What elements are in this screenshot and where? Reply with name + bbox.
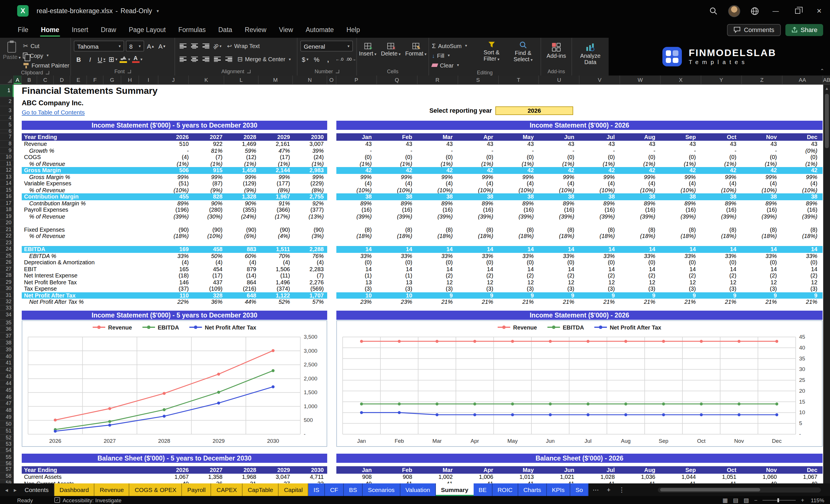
row-label[interactable]: Depreciation & Amortization	[22, 259, 158, 266]
cell[interactable]: 76%	[293, 253, 327, 259]
cell[interactable]: 89%	[579, 200, 620, 207]
cell[interactable]: 21%	[701, 298, 742, 305]
cell[interactable]: 99%	[620, 174, 661, 180]
copy-button[interactable]: Copy▾	[23, 51, 69, 60]
cell[interactable]: (24)	[293, 154, 327, 160]
cell[interactable]: (0)	[579, 154, 620, 160]
underline-button[interactable]: U▾	[97, 54, 106, 65]
cell[interactable]: (16)	[417, 207, 458, 213]
cell[interactable]: (90)	[158, 226, 192, 233]
cell[interactable]: 1,067	[158, 474, 192, 480]
row-number-7[interactable]: 7	[0, 133, 14, 141]
cell[interactable]: 41	[539, 480, 579, 483]
cell[interactable]: (8)	[742, 226, 782, 233]
cell[interactable]: 90%	[192, 200, 226, 207]
row-number-27[interactable]: 27	[0, 266, 14, 272]
cell[interactable]: 9	[742, 292, 782, 298]
cell[interactable]: 41	[701, 480, 742, 483]
row-label[interactable]: EBITDA %	[22, 253, 158, 259]
cell[interactable]: 12	[417, 279, 458, 285]
cell[interactable]: (10%)	[701, 187, 742, 193]
share-button[interactable]: Share	[785, 24, 823, 36]
row-number-16[interactable]: 16	[0, 193, 14, 200]
cell[interactable]: 14	[417, 266, 458, 272]
cell[interactable]: (18%)	[158, 233, 192, 240]
cell[interactable]: (39%)	[661, 213, 701, 220]
cell[interactable]: (4)	[742, 180, 782, 187]
comma-style-button[interactable]: ,	[323, 54, 333, 65]
cell[interactable]: (17)	[192, 272, 226, 279]
cell[interactable]: 38	[499, 193, 539, 200]
cell[interactable]: (10%)	[782, 187, 823, 193]
row-label[interactable]: Variable Expenses	[22, 180, 158, 187]
cell[interactable]: (3)	[377, 285, 418, 292]
cell[interactable]	[377, 240, 418, 246]
cell[interactable]: 14	[620, 246, 661, 253]
cell[interactable]: (1%)	[293, 160, 327, 167]
cell[interactable]: 12	[579, 279, 620, 285]
cell[interactable]: (87)	[192, 180, 226, 187]
period-cell[interactable]: Mar	[417, 466, 458, 474]
cell[interactable]: 99%	[158, 174, 192, 180]
cell[interactable]: (8%)	[260, 187, 293, 193]
period-cell[interactable]: Mar	[417, 133, 458, 141]
row-label[interactable]: Gross Margin	[22, 167, 158, 174]
cell[interactable]: 21%	[458, 298, 499, 305]
align-top-icon[interactable]	[178, 41, 188, 52]
restore-button[interactable]	[787, 0, 808, 22]
format-painter-button[interactable]: Format Painter	[23, 61, 69, 70]
cell[interactable]: (39%)	[158, 213, 192, 220]
cell[interactable]	[742, 240, 782, 246]
period-cell[interactable]: Oct	[701, 466, 742, 474]
column-header-p[interactable]: P	[337, 75, 377, 84]
period-cell[interactable]: 2030	[293, 466, 327, 474]
cell[interactable]: 89%	[742, 200, 782, 207]
cell[interactable]: (39%)	[337, 213, 377, 220]
cell[interactable]: 9	[417, 292, 458, 298]
document-title[interactable]: real-estate-brokerage.xlsx - Read-Only ▾	[37, 7, 159, 14]
cell[interactable]: 510	[158, 141, 192, 147]
cell[interactable]	[539, 220, 579, 226]
cell[interactable]: 3,047	[260, 474, 293, 480]
cell[interactable]: (0)	[499, 154, 539, 160]
cell[interactable]: (1%)	[260, 160, 293, 167]
row-number-29[interactable]: 29	[0, 279, 14, 285]
cell[interactable]: 1,458	[226, 167, 260, 174]
cell[interactable]: 36%	[192, 298, 226, 305]
cell[interactable]: (18%)	[417, 233, 458, 240]
cell[interactable]: 21%	[579, 298, 620, 305]
cell[interactable]: 33%	[579, 253, 620, 259]
cell[interactable]: 9	[579, 292, 620, 298]
row-number-53[interactable]: 53	[0, 441, 14, 448]
row-label[interactable]: Growth %	[22, 147, 158, 154]
accessibility-status[interactable]: ✓ Accessibility: Investigate	[55, 497, 122, 503]
row-number-39[interactable]: 39	[0, 347, 14, 353]
cell[interactable]: 40	[158, 480, 192, 483]
cell[interactable]: 21%	[417, 298, 458, 305]
cell[interactable]	[701, 240, 742, 246]
cell[interactable]: 91%	[260, 200, 293, 207]
cell[interactable]: 44%	[226, 298, 260, 305]
cell[interactable]: (0)	[337, 259, 377, 266]
column-header-d[interactable]: D	[54, 75, 70, 84]
cell[interactable]: (1%)	[742, 160, 782, 167]
cell[interactable]: 2,755	[293, 193, 327, 200]
period-cell[interactable]: Nov	[742, 466, 782, 474]
normal-view-icon[interactable]: ▦	[723, 497, 728, 503]
cell[interactable]: (18%)	[377, 233, 418, 240]
clipboard-dialog-launcher-icon[interactable]	[46, 71, 50, 74]
cell[interactable]: 42	[377, 167, 418, 174]
row-label[interactable]: Contribution Margin	[22, 193, 158, 200]
cell[interactable]: 33%	[337, 253, 377, 259]
cell[interactable]: 864	[226, 279, 260, 285]
cell[interactable]: (1%)	[661, 160, 701, 167]
cell[interactable]: 70%	[260, 253, 293, 259]
cell[interactable]: 92%	[293, 200, 327, 207]
cell[interactable]: (1%)	[579, 160, 620, 167]
column-header-k[interactable]: K	[189, 75, 224, 84]
cell[interactable]: 89%	[661, 200, 701, 207]
cell[interactable]: (0)	[661, 154, 701, 160]
cell[interactable]: (1%)	[226, 160, 260, 167]
cell[interactable]: 43	[620, 141, 661, 147]
cell[interactable]: (0)	[377, 154, 418, 160]
